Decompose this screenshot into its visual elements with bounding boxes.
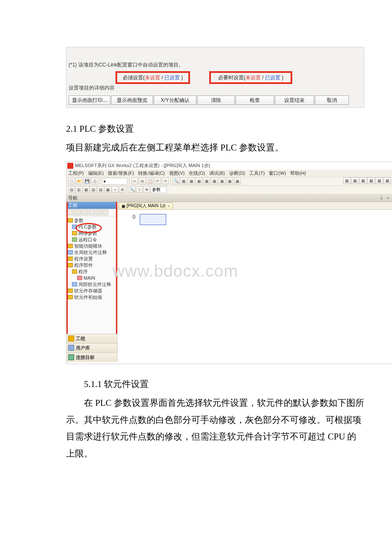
menu-find[interactable]: 搜索/替换(F) <box>108 170 134 176</box>
toolbar-sep <box>170 178 171 185</box>
menu-view[interactable]: 视图(V) <box>169 170 185 176</box>
folder-icon <box>68 289 73 293</box>
preview-screen-button[interactable]: 显示画面预览 <box>111 95 153 105</box>
app-icon <box>67 163 73 169</box>
toolbar-icon[interactable]: ▦ <box>351 177 359 184</box>
toolbar-icon[interactable]: ▦ <box>343 177 351 184</box>
nav-pin-close[interactable]: ⅱ × <box>380 196 392 200</box>
menu-tool[interactable]: 工具(T) <box>249 170 265 176</box>
menu-online[interactable]: 在线(O) <box>189 170 205 176</box>
cc-link-note: (*1) 该项目为CC-Link配置窗口中自动设置的项目。 <box>69 61 184 69</box>
tree-item-intelligent-module[interactable]: 智能功能模块 <box>68 243 116 249</box>
finish-settings-button[interactable]: 设置结束 <box>275 95 314 105</box>
toolbar-icon[interactable]: ▤ <box>68 186 75 193</box>
ladder-editor[interactable]: 0 <box>118 210 392 231</box>
nav-toolbar-icon[interactable] <box>68 209 74 215</box>
section-5-1-1-body: 在 PLC 参数设置界面首先选择软元件设置，软元件的默认参数如下图所示。其中软元… <box>66 395 364 463</box>
save-icon[interactable]: 💾 <box>84 178 90 185</box>
folder-icon <box>72 231 77 235</box>
toolbar-icon[interactable]: ▨ <box>97 186 104 193</box>
nav-toolbar-icon[interactable] <box>82 209 88 215</box>
gear-icon[interactable]: ⚙ <box>119 186 126 193</box>
key-icon <box>72 237 77 242</box>
toolbar-icon[interactable]: ▦ <box>180 178 187 185</box>
tree-item-global-comment[interactable]: 全局软元件注释 <box>68 249 116 256</box>
toolbar-icon[interactable]: ▧ <box>90 186 97 193</box>
toolbar-dropdown[interactable]: ▾ <box>102 178 127 185</box>
toolbar-icon[interactable]: ▦ <box>219 178 225 185</box>
toolbar-icon[interactable]: ▦ <box>188 178 195 185</box>
cut-icon[interactable]: ✂ <box>131 178 138 185</box>
undo-icon[interactable]: ↶ <box>154 178 161 185</box>
menu-compile[interactable]: 转换/编译(C) <box>138 170 164 176</box>
gxworks-window: MELSOFT系列 GX Works2 (工程未设置) - [[PRG]写入 M… <box>66 162 392 364</box>
nav-tab-connection[interactable]: 连接目标 <box>66 353 117 362</box>
tab-label: [PRG]写入 MAIN 1步 <box>127 203 166 209</box>
toolbar-sep <box>127 186 127 193</box>
nav-title: 导航 <box>68 195 78 201</box>
tree-item-program-parts[interactable]: 程序部件 <box>68 262 116 269</box>
tree-item-device-memory[interactable]: 软元件存储器 <box>68 288 116 294</box>
toolbar-icon[interactable]: ▩ <box>104 186 111 193</box>
nav-toolbar-icon[interactable] <box>95 209 101 215</box>
print-screen-button[interactable]: 显示画面打印... <box>69 95 110 105</box>
cancel-button[interactable]: 取消 <box>315 95 349 105</box>
menu-window[interactable]: 窗口(W) <box>269 170 286 176</box>
check-button[interactable]: 检查 <box>236 95 274 105</box>
tree-item-remote-password[interactable]: 远程口令 <box>68 237 116 243</box>
clear-button[interactable]: 清除 <box>197 95 235 105</box>
toolbar-icon[interactable]: ▦ <box>383 177 391 184</box>
menu-project[interactable]: 工程(P) <box>68 170 84 176</box>
nav-header: 导航 ⅱ × <box>66 194 392 202</box>
section-5-1-1: 5.1.1 软元件设置 在 PLC 参数设置界面首先选择软元件设置，软元件的默认… <box>66 376 364 462</box>
paste-icon[interactable]: 📋 <box>147 178 153 185</box>
menu-edit[interactable]: 编辑(E) <box>88 170 104 176</box>
toolbar-icon[interactable]: ▦ <box>234 178 241 185</box>
tree-item-program-setting[interactable]: 程序设置 <box>68 256 116 262</box>
toolbar-icon[interactable]: ▥ <box>75 186 82 193</box>
menu-diagnose[interactable]: 诊断(D) <box>229 170 245 176</box>
open-icon[interactable]: 📂 <box>76 178 83 185</box>
toolbar-dropdown-2[interactable]: 参数 <box>150 186 167 193</box>
menu-help[interactable]: 帮助(H) <box>290 170 306 176</box>
new-icon[interactable]: □ <box>68 178 75 185</box>
close-icon[interactable]: × <box>167 204 170 208</box>
copy-icon[interactable]: ⧉ <box>139 178 146 185</box>
toolbar-sep <box>129 178 130 185</box>
toolbar-2: ▤ ▥ ▦ ▧ ▨ ▩ ▪ ⚙ 🔍 ? 👁 参数 <box>66 186 392 194</box>
project-icon <box>68 335 74 341</box>
toolbar-icon[interactable]: ▦ <box>367 177 375 184</box>
help-icon[interactable]: ? <box>136 186 143 193</box>
nav-panel: 工程 参数 PLC参数 网络参数 远程口令 智能功能模块 全局软元件注释 <box>66 202 118 362</box>
nav-toolbar-icon[interactable] <box>102 209 108 215</box>
menu-debug[interactable]: 调试(B) <box>209 170 225 176</box>
xy-assign-confirm-button[interactable]: X/Y分配确认 <box>154 95 196 105</box>
toolbar-icon[interactable]: ▦ <box>375 177 383 184</box>
toolbar-icon[interactable]: ▦ <box>359 177 367 184</box>
toolbar-icon[interactable]: ▦ <box>83 186 89 193</box>
binoculars-icon[interactable]: 👁 <box>143 186 150 193</box>
tree-item-main[interactable]: MAIN <box>68 275 116 281</box>
rung-selection[interactable] <box>140 214 166 225</box>
tree-item-plc-params[interactable]: PLC参数 <box>68 224 116 230</box>
toolbar-icon[interactable]: ▦ <box>196 178 202 185</box>
editor-tab-main[interactable]: ▣ [PRG]写入 MAIN 1步 × <box>118 202 173 209</box>
toolbar-icon[interactable]: ▪ <box>112 186 118 193</box>
nav-toolbar-icon[interactable] <box>89 209 95 215</box>
nav-tab-project[interactable]: 工程 <box>66 334 117 343</box>
tree-item-program[interactable]: 程序 <box>68 269 116 275</box>
app-body: 工程 参数 PLC参数 网络参数 远程口令 智能功能模块 全局软元件注释 <box>66 202 392 362</box>
tree-item-local-comment[interactable]: 局部软元件注释 <box>68 281 116 288</box>
toolbar-icon[interactable]: ▦ <box>211 178 218 185</box>
redo-icon[interactable]: ↷ <box>162 178 169 185</box>
toolbar-icon[interactable]: ▦ <box>226 178 233 185</box>
print-icon[interactable]: ⎙ <box>91 178 98 185</box>
find-icon[interactable]: 🔍 <box>173 178 179 185</box>
editor-area: ▣ [PRG]写入 MAIN 1步 × 0 <box>118 202 392 362</box>
tree-item-device-initial[interactable]: 软元件初始值 <box>68 294 116 301</box>
toolbar-icon[interactable]: ▦ <box>203 178 210 185</box>
nav-tab-userlib[interactable]: 用户库 <box>66 343 117 353</box>
zoom-in-icon[interactable]: 🔍 <box>129 186 135 193</box>
optional-settings-legend: 必要时设置(未设置 / 已设置 ) <box>218 74 283 81</box>
nav-toolbar-icon[interactable] <box>75 209 81 215</box>
